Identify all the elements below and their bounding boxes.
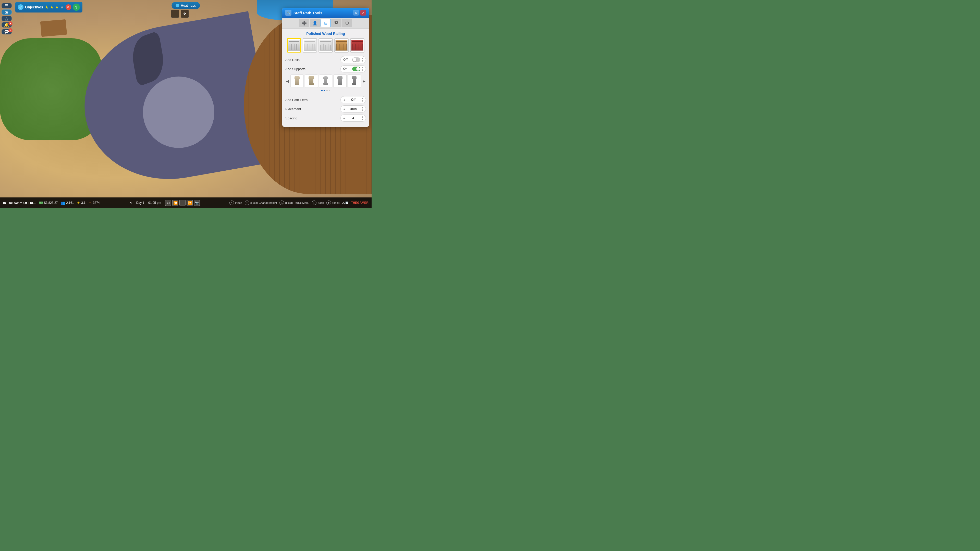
path-tab-icon: ⊞ (324, 21, 328, 25)
add-path-extra-control[interactable]: ◀ Off ▲▼ (340, 96, 366, 103)
day-stat: Day 1 (136, 201, 144, 205)
spacing-row: Spacing ◀ 4 ▲▼ (285, 114, 366, 122)
toggle-knob-on (356, 67, 360, 71)
panel-settings-button[interactable]: ⚙ (353, 10, 359, 16)
railing-option-5[interactable] (350, 38, 364, 52)
tool-tab-path[interactable]: ⊞ (321, 19, 331, 27)
placement-value: Both (350, 107, 356, 111)
sun-icon-item: ☀ (129, 201, 132, 205)
next-arrow-icon: ▶ (363, 79, 366, 83)
support-item-2[interactable] (305, 75, 318, 88)
overview-icon: ☰ (5, 3, 8, 8)
action-change-height: ○ (Hold) Change height (245, 200, 277, 205)
hold-button-hint: ⏺ (326, 200, 331, 205)
alerts-stat: ⚠ 3874 (89, 201, 100, 205)
star-3: ★ (55, 4, 59, 10)
hold-value: (Hold) (332, 201, 340, 204)
playback-back[interactable]: ⏪ (172, 200, 178, 206)
sun-icon: ☀ (129, 201, 132, 205)
railing-options (285, 38, 366, 52)
control-icons: 🕹 🔄 (342, 202, 348, 204)
support-item-4[interactable] (333, 75, 347, 88)
add-supports-value: On (343, 67, 348, 71)
support-thumb-4 (336, 76, 344, 86)
objectives-close-button[interactable]: ✕ (65, 4, 71, 10)
playback-camera[interactable]: 📷 (194, 200, 200, 206)
panel-header-left: 🔧 Staff Path Tools (285, 10, 322, 16)
back-button-hint: ⬚ (312, 200, 317, 205)
map-icon: ◉ (5, 10, 8, 14)
visitors-value: 2,161 (66, 201, 74, 205)
back-label: Back (318, 201, 324, 204)
add-rails-label: Add Rails (285, 58, 300, 62)
railing-option-2[interactable] (303, 38, 317, 52)
visitors-stat: 👥 2,161 (61, 201, 74, 205)
playback-rewind[interactable]: ⏮ (165, 200, 171, 206)
tool-tab-person[interactable]: 👤 (310, 19, 320, 27)
carousel-next-button[interactable]: ▶ (362, 79, 366, 84)
hold-label: ⏺ (Hold) (326, 200, 340, 205)
rating-star-icon: ★ (77, 201, 80, 205)
railing-option-3[interactable] (318, 38, 333, 52)
railing-thumb-1 (288, 40, 300, 51)
panel-header-right: ⚙ ✕ (353, 10, 366, 16)
spacing-label: Spacing (285, 116, 298, 120)
action-back: ⬚ Back (312, 200, 324, 205)
path-extra-left-arrows: ◀ (343, 98, 345, 101)
support-item-1[interactable] (290, 75, 304, 88)
day-value: Day 1 (136, 201, 144, 205)
add-rails-control[interactable]: Off ▲▼ (340, 56, 366, 63)
carousel-prev-button[interactable]: ◀ (285, 79, 290, 84)
sidebar-btn-messages[interactable]: 💬 1 (2, 29, 12, 35)
add-supports-toggle[interactable] (352, 67, 360, 71)
sidebar-btn-overview[interactable]: ☰ (2, 3, 12, 8)
tool-tab-build[interactable]: 🏗 (331, 19, 342, 27)
move-controls: ⊡ ✥ (171, 10, 189, 18)
change-height-label: (Hold) Change height (250, 201, 277, 204)
sidebar-btn-map[interactable]: ◉ (2, 10, 12, 15)
playback-pause[interactable]: ⏸ (180, 200, 186, 206)
playback-forward[interactable]: ⏩ (186, 200, 192, 206)
close-icon: ✕ (362, 11, 364, 14)
add-supports-row: Add Supports On ▲▼ (285, 65, 366, 73)
railing-option-1[interactable] (287, 38, 301, 52)
bottom-bar: In The Swim Of Thi... 💵 $3,828.27 👥 2,16… (0, 197, 372, 208)
placement-control[interactable]: ◀ Both ▲▼ (340, 105, 366, 113)
placement-arrows: ▲▼ (361, 106, 364, 111)
placement-row: Placement ◀ Both ▲▼ (285, 105, 366, 113)
star-4: ★ (60, 4, 64, 10)
money-value: $3,828.27 (44, 201, 58, 205)
support-item-3[interactable] (319, 75, 332, 88)
railing-thumb-2 (304, 40, 316, 51)
toggle-knob (353, 58, 356, 62)
tool-tab-add[interactable]: ➕ (299, 19, 309, 27)
add-supports-control[interactable]: On ▲▼ (340, 65, 366, 73)
select-button[interactable]: ⊡ (171, 10, 179, 18)
dot-3 (326, 90, 328, 91)
rating-value: 3.1 (81, 201, 86, 205)
objectives-panel[interactable]: ◎ Objectives ★ ★ ★ ★ ✕ $ (15, 2, 83, 13)
money-stat: 💵 $3,828.27 (39, 201, 58, 205)
extra-tab-icon: ⬡ (345, 21, 349, 25)
add-path-extra-value: Off (351, 98, 355, 102)
railing-option-4[interactable] (334, 38, 348, 52)
dot-1 (321, 90, 323, 91)
action-place: ✕ Place (229, 200, 242, 205)
add-supports-label: Add Supports (285, 67, 305, 71)
people-icon: 👥 (61, 201, 65, 205)
move-button[interactable]: ✥ (181, 10, 189, 18)
spacing-value: 4 (352, 116, 354, 120)
time-stat: 01:05 pm (148, 201, 161, 205)
close-icon: ✕ (67, 5, 70, 9)
support-item-5[interactable] (348, 75, 361, 88)
placement-label: Placement (285, 107, 301, 111)
tool-tab-extra[interactable]: ⬡ (342, 19, 352, 27)
sidebar-btn-terrain[interactable]: △ (2, 16, 12, 21)
thegamer-logo: THEGAMER (351, 201, 369, 205)
panel-close-button[interactable]: ✕ (360, 10, 366, 16)
alerts-value: 3874 (93, 201, 100, 205)
spacing-control[interactable]: ◀ 4 ▲▼ (340, 114, 366, 122)
add-rails-toggle[interactable] (352, 57, 360, 62)
heatmaps-button[interactable]: Heatmaps (172, 2, 200, 9)
sidebar-btn-notifications[interactable]: 🔔 ★ (2, 22, 12, 27)
